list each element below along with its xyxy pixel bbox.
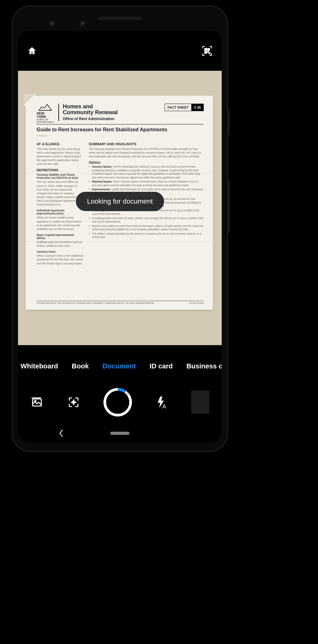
section-summary: SUMMARY AND HIGHLIGHTS xyxy=(89,142,204,146)
publication-code: FS-26 (7/2022) xyxy=(189,302,204,304)
svg-rect-0 xyxy=(205,48,207,50)
options-list: Vacancy leases: Vacancy leases: HSTPA el… xyxy=(89,165,204,191)
screen: NEW YORKSTATE OF OPPORTUNITY Homes andCo… xyxy=(18,31,222,443)
section-at-a-glance: AT A GLANCE xyxy=(37,142,83,146)
section-definitions: DEFINITIONS xyxy=(37,168,83,172)
svg-rect-1 xyxy=(208,48,210,50)
flash-auto-icon[interactable]: A xyxy=(156,395,168,409)
home-gesture-pill[interactable] xyxy=(110,432,129,435)
document-title: Guide to Rent Increases for Rent Stabili… xyxy=(37,127,204,133)
limitations-item: Owners may collect no more than three IA… xyxy=(89,224,204,232)
agency-state-sub: STATE OF OPPORTUNITY xyxy=(37,118,55,124)
agency-state: NEW YORK xyxy=(37,111,46,119)
def-iai-p: When an owner installs a new appliance o… xyxy=(37,216,83,231)
def-iai-h: Individual Apartment Improvements (IAIs) xyxy=(37,209,83,215)
page-count: 5 PAGES xyxy=(37,134,204,137)
badge-label: FACT SHEET xyxy=(165,104,191,111)
svg-rect-3 xyxy=(208,52,209,52)
def-hstpa-h: Housing Stability and Tenant Protection … xyxy=(37,173,83,179)
publication-footer: A PUBLICATION OF THE DIVISION OF HOUSING… xyxy=(37,302,154,304)
status-toast: Looking for document xyxy=(76,192,164,211)
mode-id-card[interactable]: ID card xyxy=(150,362,173,370)
summary-text: The Housing Stability and Tenant Protect… xyxy=(89,147,204,158)
earpiece xyxy=(98,17,142,20)
at-a-glance-text: This Fact Sheet can be used along with a… xyxy=(37,147,83,166)
mode-document[interactable]: Document xyxy=(102,362,136,370)
power-button xyxy=(227,180,230,233)
shutter-button[interactable] xyxy=(103,388,132,417)
ny-state-logo: NEW YORKSTATE OF OPPORTUNITY xyxy=(37,104,55,117)
front-camera-left xyxy=(49,20,57,28)
badge-number: # 26 xyxy=(192,104,204,111)
agency-name-1: Homes and xyxy=(63,103,93,110)
scan-mode-selector[interactable]: Whiteboard Book Document ID card Busines… xyxy=(18,357,222,376)
gallery-icon[interactable] xyxy=(30,396,43,409)
front-camera-right xyxy=(80,20,87,28)
agency-office: Office of Rent Administration xyxy=(63,117,118,121)
last-capture-thumbnail[interactable] xyxy=(191,391,209,414)
mode-book[interactable]: Book xyxy=(72,362,89,370)
app-bar xyxy=(18,31,222,71)
options-item: Improvements: Lawful rent increases for … xyxy=(89,188,204,191)
limitations-item: The written consent provided by the tena… xyxy=(89,232,204,239)
svg-point-6 xyxy=(35,400,36,402)
fact-sheet-badge: FACT SHEET# 26 xyxy=(165,104,204,111)
home-icon[interactable] xyxy=(27,46,37,56)
qr-scan-icon[interactable] xyxy=(201,45,213,57)
options-item: Renewal leases: When a tenant signs a re… xyxy=(89,180,204,187)
back-icon[interactable] xyxy=(58,429,64,438)
agency-name-2: Community Renewal xyxy=(63,109,118,115)
def-vacancy-h: Vacancy lease xyxy=(37,250,83,253)
subhead-options: Options xyxy=(89,161,204,164)
mode-whiteboard[interactable]: Whiteboard xyxy=(20,362,58,370)
mode-business-card[interactable]: Business c xyxy=(186,362,222,370)
limitations-item: In buildings with more than 35 units, ow… xyxy=(89,217,204,224)
svg-rect-4 xyxy=(209,53,210,54)
svg-text:A: A xyxy=(162,403,166,409)
volume-button xyxy=(227,109,230,135)
auto-enhance-icon[interactable] xyxy=(67,396,80,409)
system-nav-bar xyxy=(18,424,222,443)
camera-controls: A xyxy=(18,384,222,421)
def-vacancy-p: When a person rents a rent stabilized ap… xyxy=(37,254,83,265)
def-mci-h: Major Capital Improvements (MCIs) xyxy=(37,233,83,240)
options-item: Vacancy leases: Vacancy leases: HSTPA el… xyxy=(89,165,204,179)
svg-rect-2 xyxy=(205,52,207,53)
shutter-ring xyxy=(103,388,132,417)
phone-frame: NEW YORKSTATE OF OPPORTUNITY Homes andCo… xyxy=(12,6,228,452)
